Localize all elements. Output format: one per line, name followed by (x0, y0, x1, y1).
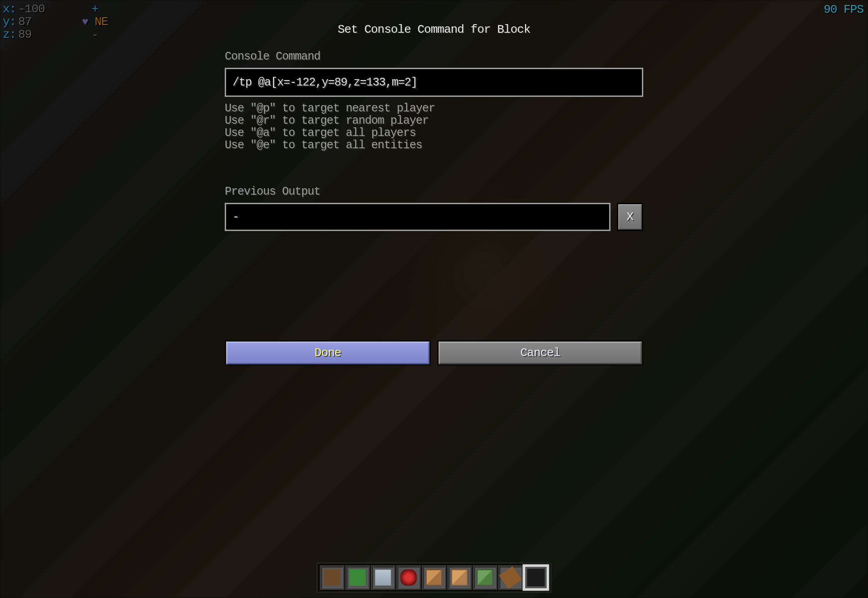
hint-line: Use "@e" to target all entities (225, 139, 643, 151)
command-input[interactable] (225, 68, 643, 97)
hint-line: Use "@r" to target random player (225, 115, 643, 127)
hotbar-slot-5[interactable] (422, 565, 446, 590)
hotbar-slot-8[interactable] (498, 565, 523, 590)
heart-icon: ♥ (82, 16, 88, 28)
command-block-gui: Set Console Command for Block Console Co… (225, 23, 643, 366)
hotbar-slot-7[interactable] (473, 565, 497, 590)
done-button[interactable]: Done (225, 340, 431, 366)
hotbar[interactable] (317, 563, 551, 593)
hud-compass: + ♥ NE - (82, 3, 108, 41)
coord-y-value: 87 (18, 15, 31, 29)
redstone-icon (400, 569, 417, 586)
coord-y-label: y: (3, 15, 18, 28)
brown-wool-icon (324, 569, 340, 586)
hud-plus-icon: + (82, 3, 108, 15)
hint-line: Use "@a" to target all players (225, 127, 643, 139)
coord-z-value: 89 (18, 28, 31, 41)
previous-output-label: Previous Output (225, 185, 643, 198)
hud-coordinates: x:-100 y:87 z:89 (3, 3, 45, 41)
hotbar-slot-1[interactable] (320, 565, 344, 590)
previous-output-field[interactable] (225, 203, 611, 231)
green-wool-icon (349, 569, 366, 586)
command-block-icon (477, 569, 493, 586)
command-label: Console Command (225, 50, 643, 63)
coord-x-value: -100 (18, 2, 45, 16)
glass-icon (375, 569, 391, 586)
hint-line: Use "@p" to target nearest player (225, 102, 643, 115)
gui-title: Set Console Command for Block (225, 23, 643, 36)
hotbar-slot-6[interactable] (447, 565, 472, 590)
cancel-button[interactable]: Cancel (437, 340, 643, 366)
hud-fps: 90 FPS (823, 3, 863, 16)
command-block-icon (451, 569, 468, 586)
hotbar-slot-3[interactable] (371, 565, 395, 590)
target-selector-hints: Use "@p" to target nearest player Use "@… (225, 102, 643, 151)
coord-z-label: z: (3, 28, 18, 41)
hotbar-slot-2[interactable] (345, 565, 370, 590)
command-block-icon (426, 569, 442, 586)
item-icon (527, 569, 545, 587)
hud-direction: NE (95, 15, 108, 29)
hud-minus-icon: - (82, 29, 108, 41)
stick-icon (499, 566, 522, 589)
track-output-toggle-button[interactable]: X (617, 203, 643, 231)
hotbar-slot-9[interactable] (523, 564, 549, 591)
coord-x-label: x: (3, 3, 18, 15)
hotbar-slot-4[interactable] (396, 565, 421, 590)
